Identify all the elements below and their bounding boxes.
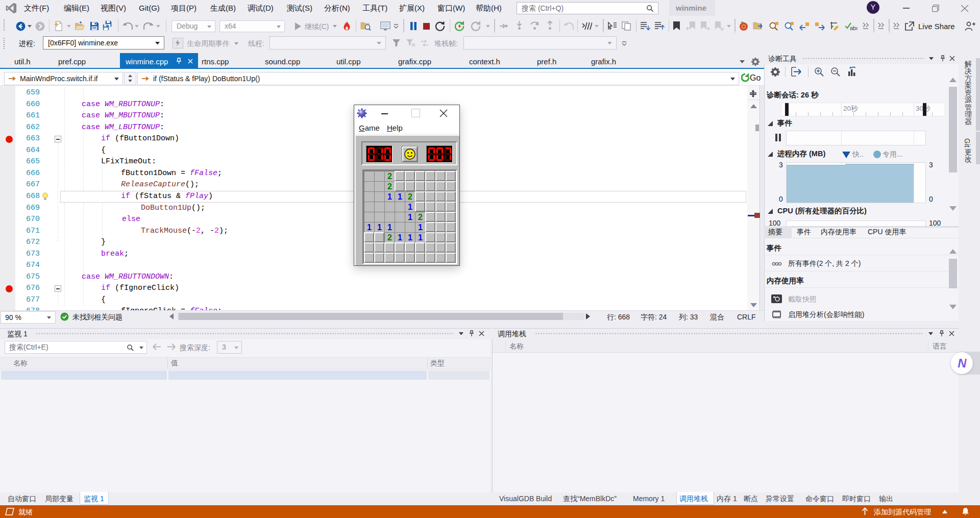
svg-text:N: N	[958, 356, 967, 370]
svg-text:abc: abc	[850, 25, 857, 31]
